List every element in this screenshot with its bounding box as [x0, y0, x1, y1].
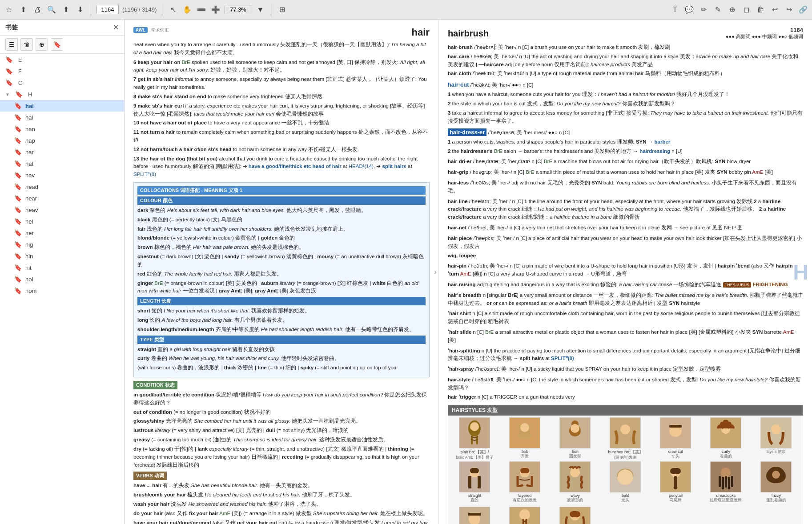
cursor-tool[interactable]: ↖ [168, 4, 178, 15]
sidebar: 书签 ✕ ☰ 🗑 ⊕ 🔖 🔖 E 🔖 F 🔖 G [0, 20, 125, 524]
sidebar-item-hin[interactable]: 🔖 hin [0, 250, 124, 262]
delete-icon[interactable]: 🗑 [755, 4, 766, 15]
sidebar-item-F[interactable]: 🔖 F [0, 65, 124, 77]
zoom-in-icon[interactable]: ➕ [210, 4, 221, 15]
sidebar-word-hel: hel [25, 218, 33, 225]
entry-hair-raising: hair-raising adj frightening and dangero… [448, 281, 803, 289]
sidebar-word-hit: hit [25, 264, 32, 271]
sidebar-letter-F: F [16, 68, 22, 75]
sidebar-item-heav[interactable]: 🔖 heav [0, 204, 124, 216]
hairstyle-sublabel-dreadlocks: 拉斯塔法里亚发辫 [710, 498, 742, 503]
comment-icon[interactable]: 💬 [684, 4, 695, 15]
sidebar-item-hig[interactable]: 🔖 hig [0, 239, 124, 250]
sidebar-item-head[interactable]: 🔖 head [0, 181, 124, 192]
left-page-content: neat even when you try to arrange it car… [133, 41, 430, 179]
zoom-out-icon[interactable]: ➖ [196, 4, 207, 15]
bookmark-icon-hin: 🔖 [14, 252, 22, 260]
svg-point-26 [721, 468, 731, 477]
nav-arrow-right[interactable]: › [434, 268, 437, 276]
sidebar-item-han[interactable]: 🔖 han [0, 123, 124, 135]
colour-subtitle: COLOUR 颜色 [137, 196, 426, 205]
eraser-icon[interactable]: ◻ [741, 4, 752, 15]
bookmark-icon-hap: 🔖 [14, 137, 22, 144]
sidebar-list: 🔖 E 🔖 F 🔖 G ▼ 🔖 H 🔖 hai [0, 54, 124, 524]
hairdresser-highlight: hair-dress-er [448, 128, 486, 136]
undo-icon[interactable]: ↩ [769, 4, 780, 15]
hairstyle-label-crew-cut: crew cut [668, 449, 683, 454]
hand-tool[interactable]: ✋ [182, 4, 193, 15]
entry-hairgrip: hair-grip /ˈheəgrɪp; 美 ˈher-/ n [C] BrE … [448, 168, 803, 176]
hairstyle-label-bunches: bunches BrE【英】 [608, 449, 643, 455]
sidebar-word-hal: hal [25, 114, 33, 121]
hairstyle-sublabel-wavy: 波浪形的 [567, 498, 583, 503]
hairstyle-sublabel-frizzy: 蓬乱卷曲的 [766, 498, 786, 503]
bookmark-icon-head: 🔖 [14, 183, 22, 190]
zoom-dropdown[interactable]: ▼ [255, 4, 265, 15]
sidebar-action-add[interactable]: ⊕ [36, 38, 48, 51]
entry-hair-slide: ˈhair slide n [C] BrE a small attractive… [448, 328, 803, 344]
awl-label: 学术词汇 [151, 28, 169, 32]
hairstyles-grid: plait BrE【英】/ braid AmE【美】辫子 bob 齐发 [448, 416, 803, 505]
sidebar-item-hom[interactable]: 🔖 hom [0, 285, 124, 296]
sidebar-item-hal[interactable]: 🔖 hal [0, 112, 124, 123]
sidebar-item-har[interactable]: 🔖 har [0, 146, 124, 158]
sidebar-word-har: har [25, 149, 34, 156]
h-section-marker: H [793, 260, 808, 284]
sidebar-item-H[interactable]: ▼ 🔖 H [0, 88, 124, 100]
highlight-icon[interactable]: ✏ [698, 4, 709, 15]
svg-point-9 [571, 424, 579, 433]
svg-rect-38 [570, 511, 580, 517]
sidebar-item-her[interactable]: 🔖 her [0, 227, 124, 239]
hairstyle-flattop: flattop 平顶头 [450, 507, 499, 524]
sidebar-letter-G: G [16, 80, 23, 86]
link-icon[interactable]: 🔗 [798, 4, 808, 15]
sidebar-close-button[interactable]: ✕ [113, 23, 119, 32]
hairstyle-label-frizzy: frizzy [772, 493, 781, 498]
sidebar-word-hol: hol [25, 276, 33, 283]
verbs-content: have ... hair 有…的头发 She has beautiful bl… [133, 482, 430, 524]
sidebar-item-G[interactable]: 🔖 G [0, 77, 124, 88]
hairstyle-label-wavy: wavy [571, 493, 580, 498]
share-icon[interactable]: ⬆ [60, 4, 71, 15]
print-icon[interactable]: 🖨 [32, 4, 43, 15]
draw-icon[interactable]: ✎ [712, 4, 723, 15]
sidebar-item-hol[interactable]: 🔖 hol [0, 273, 124, 285]
svg-rect-29 [725, 476, 727, 488]
hairstyle-ponytail: ponytail 马尾辫 [651, 461, 700, 503]
text-tool[interactable]: T [670, 4, 680, 15]
sidebar-item-hap[interactable]: 🔖 hap [0, 135, 124, 146]
sidebar-action-delete[interactable]: 🗑 [20, 38, 33, 51]
svg-rect-20 [520, 468, 529, 473]
sidebar-item-hear[interactable]: 🔖 hear [0, 192, 124, 204]
download-icon[interactable]: ⬇ [75, 4, 85, 15]
length-subtitle: LENGTH 长度 [137, 297, 426, 305]
hairstyle-label-ponytail: ponytail [669, 493, 683, 498]
bookmark-icon-hear: 🔖 [14, 195, 22, 202]
bookmark-icon-hal: 🔖 [14, 114, 22, 121]
sidebar-item-hai[interactable]: 🔖 hai [0, 100, 124, 112]
entry-haircut: hair-cut /ˈheəkʌt; 美 ˈher-/ ●●○ n [C] 1 … [448, 80, 803, 125]
hairstyle-pigtails: pigtails 发辫 [551, 507, 600, 524]
svg-rect-16 [468, 476, 471, 488]
bookmark-icon[interactable]: ☆ [4, 4, 14, 15]
sidebar-action-list[interactable]: ☰ [5, 38, 18, 51]
sidebar-item-hat[interactable]: 🔖 hat [0, 158, 124, 169]
svg-point-21 [570, 468, 580, 477]
search-icon[interactable]: 🔍 [46, 4, 57, 15]
sidebar-item-hel[interactable]: 🔖 hel [0, 216, 124, 227]
fit-page-icon[interactable]: ⊞ [277, 4, 287, 15]
sidebar-item-E[interactable]: 🔖 E [0, 54, 124, 65]
sidebar-action-bookmark[interactable]: 🔖 [51, 38, 63, 51]
entry-hairline: hair-line /ˈheəlaɪn; 美 ˈher-/ n [C] 1 th… [448, 198, 803, 221]
zoom-level[interactable]: 77.3% [225, 5, 251, 14]
stamp-icon[interactable]: ⊕ [727, 4, 737, 15]
page-number-input[interactable] [96, 5, 119, 14]
redo-icon[interactable]: ↪ [784, 4, 794, 15]
hairstyle-label-bald: bald [622, 493, 629, 498]
bookmark-icon-F: 🔖 [5, 68, 13, 75]
hairstyles-title: HAIRSTYLES 发型 [448, 405, 803, 416]
upload-icon[interactable]: ⬆ [18, 4, 28, 15]
dictionary-content: AWL 学术词汇 hair neat even when you try to … [125, 20, 812, 524]
sidebar-item-hav[interactable]: 🔖 hav [0, 169, 124, 181]
sidebar-item-hit[interactable]: 🔖 hit [0, 262, 124, 273]
